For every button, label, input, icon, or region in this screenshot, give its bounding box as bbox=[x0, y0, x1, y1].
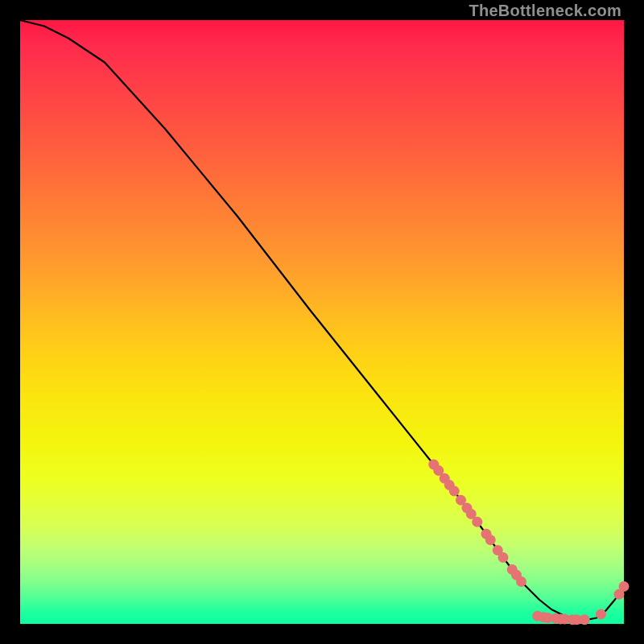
curve-line bbox=[20, 20, 624, 620]
data-marker bbox=[498, 552, 509, 563]
marker-group bbox=[428, 460, 629, 625]
data-marker bbox=[596, 609, 606, 620]
data-marker bbox=[516, 576, 526, 587]
data-marker bbox=[449, 486, 460, 497]
chart-overlay bbox=[20, 20, 624, 624]
data-marker bbox=[472, 517, 482, 527]
watermark-text: TheBottleneck.com bbox=[469, 2, 621, 20]
data-marker bbox=[619, 581, 630, 592]
data-marker bbox=[485, 535, 496, 545]
chart-container: TheBottleneck.com bbox=[0, 0, 644, 644]
data-marker bbox=[580, 614, 590, 625]
